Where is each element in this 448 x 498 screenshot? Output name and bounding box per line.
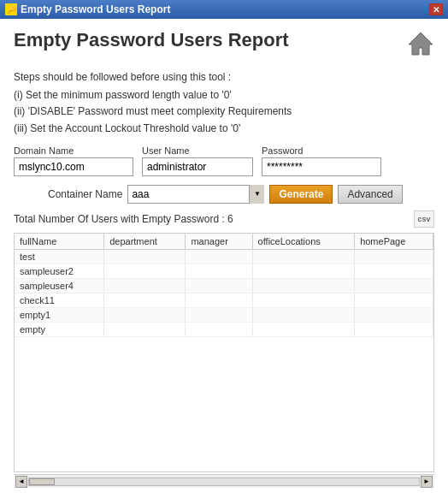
svg-marker-0 [409,33,433,55]
home-icon[interactable] [407,29,434,62]
title-bar-left: 🔑 Empty Password Users Report [5,3,170,15]
total-row: Total Number Of Users with Empty Passwor… [14,210,434,228]
table-row: sampleuser2 [15,264,433,278]
advanced-button[interactable]: Advanced [338,185,402,204]
steps-section: Steps should be followed before using th… [14,69,434,137]
table-row: sampleuser4 [15,278,433,293]
cell-department [104,307,186,322]
col-department: department [104,234,186,250]
cell-homePage [355,307,433,322]
cell-homePage [355,278,433,293]
table-row: check11 [15,293,433,307]
col-manager: manager [186,234,252,250]
username-input[interactable] [142,157,253,176]
scroll-thumb[interactable] [29,478,55,485]
total-text: Total Number Of Users with Empty Passwor… [14,213,233,225]
cell-manager [186,307,252,322]
cell-manager [186,278,252,293]
password-label: Password [262,145,381,156]
steps-title: Steps should be followed before using th… [14,69,434,86]
cell-officeLocations [252,264,355,278]
cell-homePage [355,249,433,264]
container-row: Container Name aaa ▼ Generate Advanced [14,185,434,204]
cell-officeLocations [252,293,355,307]
cell-fullName: sampleuser4 [15,278,104,293]
close-button[interactable]: ✕ [429,3,443,15]
domain-input[interactable] [14,157,133,176]
cell-officeLocations [252,307,355,322]
table-row: empty [15,322,433,336]
scroll-left-button[interactable]: ◄ [15,476,27,488]
page-header: Empty Password Users Report [14,29,434,62]
col-fullname: fullName [15,234,104,250]
step1: (i) Set the minimum password length valu… [14,87,434,104]
page-title: Empty Password Users Report [14,29,289,51]
container-select[interactable]: aaa [127,185,264,204]
app-icon: 🔑 [5,3,17,15]
cell-manager [186,264,252,278]
title-bar-text: Empty Password Users Report [21,3,170,15]
main-content: Empty Password Users Report Steps should… [0,19,448,498]
container-label: Container Name [48,188,122,200]
cell-officeLocations [252,278,355,293]
results-table-container[interactable]: fullName department manager officeLocati… [14,233,434,472]
cell-department [104,249,186,264]
cell-department [104,264,186,278]
username-label: User Name [142,145,253,156]
cell-manager [186,322,252,336]
cell-fullName: sampleuser2 [15,264,104,278]
results-table: fullName department manager officeLocati… [15,234,433,337]
domain-label: Domain Name [14,145,133,156]
table-row: test [15,249,433,264]
password-field-group: Password [262,145,381,176]
csv-export-button[interactable]: csv [414,210,434,228]
horizontal-scrollbar[interactable]: ◄ ► [14,474,434,488]
cell-department [104,293,186,307]
cell-manager [186,293,252,307]
cell-homePage [355,322,433,336]
cell-department [104,322,186,336]
fields-row: Domain Name User Name Password [14,145,434,176]
cell-fullName: test [15,249,104,264]
cell-manager [186,249,252,264]
cell-fullName: empty1 [15,307,104,322]
scroll-right-button[interactable]: ► [421,476,433,488]
domain-field-group: Domain Name [14,145,133,176]
container-select-wrapper: aaa ▼ [127,185,264,204]
cell-officeLocations [252,249,355,264]
cell-officeLocations [252,322,355,336]
step2: (ii) 'DISABLE' Password must meet comple… [14,104,434,120]
col-officelocations: officeLocations [252,234,355,250]
col-homepage: homePage [355,234,433,250]
cell-fullName: empty [15,322,104,336]
password-input[interactable] [262,157,381,176]
username-field-group: User Name [142,145,253,176]
cell-homePage [355,264,433,278]
cell-fullName: check11 [15,293,104,307]
table-header-row: fullName department manager officeLocati… [15,234,433,250]
scroll-track[interactable] [28,477,420,486]
cell-homePage [355,293,433,307]
table-row: empty1 [15,307,433,322]
title-bar: 🔑 Empty Password Users Report ✕ [0,0,448,19]
generate-button[interactable]: Generate [269,185,333,204]
cell-department [104,278,186,293]
step3: (iii) Set the Account Lockout Threshold … [14,121,434,137]
